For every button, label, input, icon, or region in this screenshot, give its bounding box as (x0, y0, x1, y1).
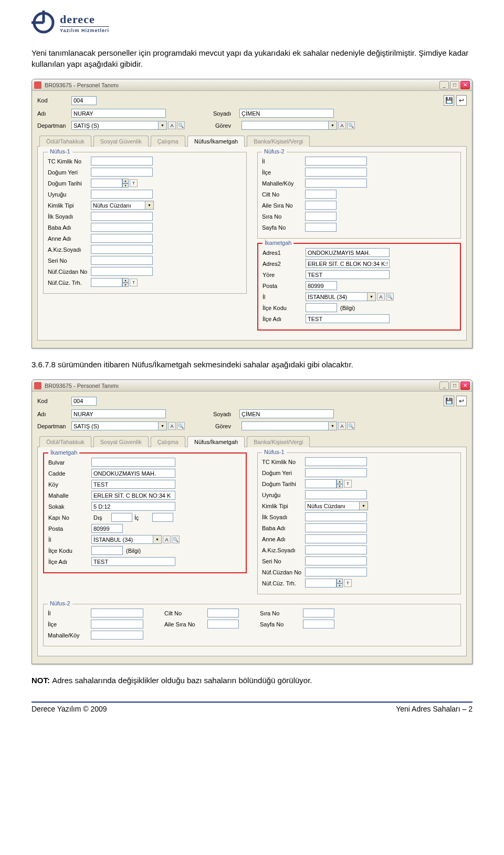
cal-icon[interactable]: T (130, 179, 138, 187)
adi-input[interactable] (71, 109, 166, 118)
tab-nufus[interactable]: Nüfus/İkametgah (187, 136, 245, 147)
ilceadi2-input[interactable] (91, 557, 175, 566)
tab-banka-2[interactable]: Banka/Kişisel/Vergi (247, 436, 310, 447)
sira-input[interactable] (305, 212, 337, 221)
tc-input[interactable] (91, 157, 153, 166)
ilksoyadi-input-b[interactable] (305, 512, 367, 521)
sayfa-input[interactable] (305, 223, 337, 232)
titlebar-2[interactable]: BR093675 - Personel Tanımı _ □ ✕ (32, 380, 472, 392)
minimize-button-2[interactable]: _ (439, 382, 449, 390)
dep-find-icon[interactable]: 🔍 (177, 121, 185, 129)
dogumtarihi-input-b[interactable] (305, 479, 337, 488)
akiz-input-b[interactable] (305, 545, 367, 554)
tab-banka[interactable]: Banka/Kişisel/Vergi (247, 136, 310, 147)
babaadi-input-b[interactable] (305, 523, 367, 532)
ilcekodu-input[interactable] (306, 303, 337, 312)
tab-odul-2[interactable]: Ödül/Tahakkuk (39, 436, 91, 447)
tab-nufus-2[interactable]: Nüfus/İkametgah (187, 436, 245, 447)
mahalle2-input[interactable] (91, 491, 175, 500)
serino-input-b[interactable] (305, 557, 367, 565)
babaadi-input[interactable] (91, 223, 153, 232)
kimliktipi-input-b[interactable] (305, 501, 360, 510)
maximize-button[interactable]: □ (450, 81, 459, 89)
il2-a-icon[interactable]: A (163, 535, 171, 543)
dis-input[interactable] (111, 513, 132, 522)
n2-cilt-input[interactable] (207, 609, 239, 617)
gorev-input[interactable] (242, 121, 329, 130)
cal2-icon[interactable]: T (130, 279, 138, 286)
n2-ailesira-input[interactable] (207, 620, 239, 629)
kimliktipi-dropdown-icon-b[interactable]: ▼ (360, 501, 368, 510)
spin2-icon[interactable]: ▲▼ (122, 278, 129, 287)
gorev-dropdown-icon-2[interactable]: ▼ (329, 421, 337, 430)
koy-input[interactable] (91, 480, 175, 489)
ik-il-input[interactable] (306, 292, 368, 301)
save-icon-2[interactable]: 💾 (444, 396, 454, 406)
gorev-find-icon[interactable]: 🔍 (347, 121, 355, 129)
gorev-find-icon-2[interactable]: 🔍 (347, 422, 355, 430)
cilt-input[interactable] (305, 190, 337, 199)
exit-icon[interactable]: ↩ (456, 95, 467, 106)
cal4-icon[interactable]: T (344, 579, 352, 587)
gorev-dropdown-icon[interactable]: ▼ (329, 121, 337, 130)
nufcuztrh-input[interactable] (91, 278, 122, 287)
uyrugu-input-b[interactable] (305, 490, 367, 499)
dogumyeri-input[interactable] (91, 168, 153, 177)
ilksoyadi-input[interactable] (91, 212, 153, 221)
departman-dropdown-icon[interactable]: ▼ (159, 121, 167, 130)
posta2-input[interactable] (91, 524, 123, 533)
departman-input-2[interactable] (71, 421, 159, 430)
il2-dropdown-icon[interactable]: ▼ (153, 535, 162, 544)
gorev-a-icon[interactable]: A (338, 121, 346, 129)
bulvar-input[interactable] (91, 458, 175, 467)
close-button-2[interactable]: ✕ (460, 382, 470, 390)
yore-input[interactable] (306, 270, 390, 279)
dep-dropdown-icon-2[interactable]: ▼ (159, 421, 167, 430)
uyrugu-input[interactable] (91, 190, 153, 199)
tab-sosyal[interactable]: Sosyal Güvenlik (93, 136, 149, 147)
minimize-button[interactable]: _ (439, 81, 449, 89)
anneadi-input-b[interactable] (305, 534, 367, 543)
spin4-icon[interactable]: ▲▼ (337, 579, 343, 588)
il2-find-icon[interactable]: 🔍 (172, 535, 180, 543)
n2-ilce-input[interactable] (91, 620, 143, 629)
posta-input[interactable] (306, 281, 337, 290)
dep-a-icon[interactable]: A (168, 121, 176, 129)
gorev-a-icon-2[interactable]: A (338, 422, 346, 430)
maximize-button-2[interactable]: □ (450, 382, 459, 390)
ilce-input[interactable] (305, 168, 367, 177)
exit-icon-2[interactable]: ↩ (456, 396, 467, 406)
serino-input[interactable] (91, 256, 153, 265)
nufcuztrh-input-b[interactable] (305, 579, 337, 588)
nufcuzdan-input[interactable] (91, 267, 153, 276)
kimliktipi-dropdown-icon[interactable]: ▼ (145, 201, 154, 210)
kod-input-2[interactable] (71, 397, 97, 406)
dep-a-icon-2[interactable]: A (168, 422, 176, 430)
tab-odul[interactable]: Ödül/Tahakkuk (39, 136, 91, 147)
kod-input[interactable] (71, 96, 97, 105)
close-button[interactable]: ✕ (460, 81, 470, 89)
ilceadi-input[interactable] (306, 314, 390, 323)
n2-sayfa-input[interactable] (303, 620, 334, 629)
adres1-input[interactable] (306, 248, 390, 257)
soyadi-input-2[interactable] (239, 409, 334, 418)
il-a-icon[interactable]: A (377, 293, 385, 301)
n2-il-input[interactable] (91, 609, 143, 617)
tc-input-b[interactable] (305, 457, 367, 466)
ilcekodu2-input[interactable] (91, 546, 123, 555)
il-dropdown-icon[interactable]: ▼ (368, 292, 376, 301)
cadde-input[interactable] (91, 469, 175, 478)
adi-input-2[interactable] (71, 409, 166, 418)
il2-input[interactable] (91, 535, 153, 544)
spin3-icon[interactable]: ▲▼ (337, 479, 343, 488)
titlebar[interactable]: BR093675 - Personel Tanımı _ □ ✕ (32, 79, 472, 91)
tab-calisma[interactable]: Çalışma (151, 136, 185, 147)
sokak-input[interactable] (91, 502, 175, 511)
dogumyeri-input-b[interactable] (305, 468, 367, 477)
il-find-icon[interactable]: 🔍 (386, 293, 394, 301)
ailesira-input[interactable] (305, 201, 337, 210)
tab-calisma-2[interactable]: Çalışma (151, 436, 185, 447)
departman-input[interactable] (71, 121, 159, 130)
cal3-icon[interactable]: T (344, 480, 352, 488)
soyadi-input[interactable] (239, 109, 334, 118)
